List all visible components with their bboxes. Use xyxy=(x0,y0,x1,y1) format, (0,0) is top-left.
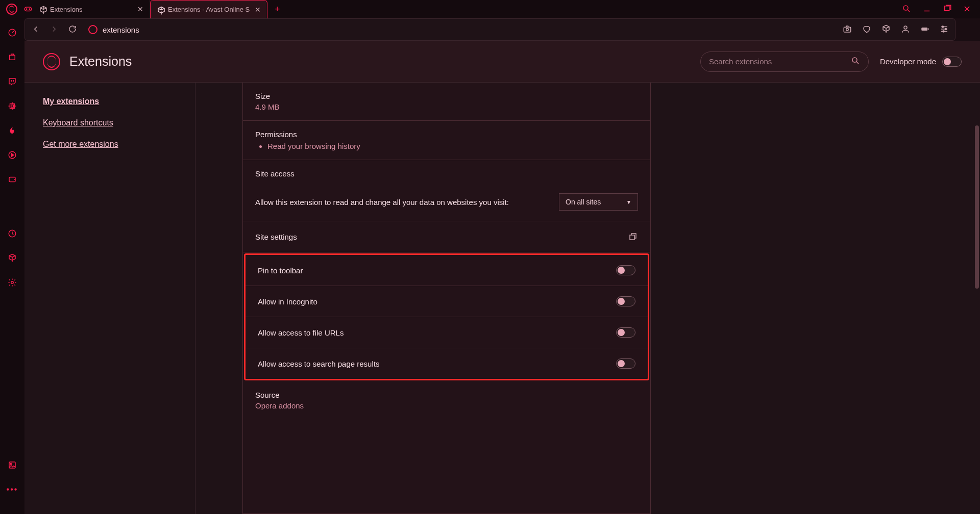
mods-icon[interactable] xyxy=(7,52,17,62)
site-access-header: Site access xyxy=(243,160,650,183)
speed-dial-icon[interactable] xyxy=(7,28,17,38)
easy-setup-icon[interactable] xyxy=(940,24,949,35)
svg-rect-23 xyxy=(630,235,634,240)
incognito-toggle[interactable] xyxy=(616,296,635,306)
settings-icon[interactable] xyxy=(7,277,17,288)
svg-point-22 xyxy=(852,58,857,62)
minimize-icon[interactable] xyxy=(922,4,932,15)
developer-mode-label: Developer mode xyxy=(880,57,936,66)
gx-corner-icon[interactable] xyxy=(23,4,33,15)
allow-file-urls-row: Allow access to file URLs xyxy=(246,317,648,348)
svg-rect-4 xyxy=(945,6,949,10)
site-identity-icon[interactable] xyxy=(88,25,97,34)
close-icon[interactable]: ✕ xyxy=(255,6,261,14)
incognito-label: Allow in Incognito xyxy=(258,297,616,306)
svg-rect-13 xyxy=(9,462,15,468)
file-urls-toggle[interactable] xyxy=(616,327,635,338)
site-access-row: Allow this extension to read and change … xyxy=(243,183,650,221)
extension-icon xyxy=(39,6,46,13)
page-header: Extensions Developer mode xyxy=(24,41,980,83)
history-icon[interactable] xyxy=(7,228,17,239)
more-icon[interactable]: ••• xyxy=(7,484,17,495)
wallet-icon[interactable] xyxy=(7,174,17,185)
source-section: Source Opera addons xyxy=(243,381,650,419)
close-icon[interactable]: ✕ xyxy=(137,5,143,13)
maximize-icon[interactable] xyxy=(943,4,952,15)
tab-title: Extensions - Avast Online S xyxy=(168,6,251,13)
reload-icon[interactable] xyxy=(68,24,77,35)
close-window-icon[interactable]: ✕ xyxy=(963,4,971,15)
tab-title: Extensions xyxy=(50,6,133,13)
svg-point-14 xyxy=(10,463,12,465)
flame-icon[interactable] xyxy=(7,125,17,136)
search-results-toggle[interactable] xyxy=(616,358,635,369)
titlebar: Extensions ✕ Extensions - Avast Online S… xyxy=(0,0,980,18)
extension-icon xyxy=(157,6,164,13)
tab-avast[interactable]: Extensions - Avast Online S ✕ xyxy=(150,0,267,18)
site-access-desc: Allow this extension to read and change … xyxy=(255,198,559,207)
developer-mode-toggle[interactable] xyxy=(942,57,962,67)
tab-extensions[interactable]: Extensions ✕ xyxy=(33,0,150,18)
search-icon[interactable] xyxy=(902,4,911,15)
address-text[interactable]: extensions xyxy=(103,25,139,34)
image-icon[interactable] xyxy=(7,460,17,470)
search-icon[interactable] xyxy=(851,56,860,67)
back-icon[interactable] xyxy=(31,24,40,35)
search-extensions-box[interactable] xyxy=(700,52,869,72)
open-external-icon[interactable] xyxy=(628,232,638,242)
nav-get-more-extensions[interactable]: Get more extensions xyxy=(43,140,177,149)
address-toolbar: extensions xyxy=(24,18,955,41)
opera-logo-icon xyxy=(43,53,60,70)
source-label: Source xyxy=(255,391,638,399)
site-settings-row[interactable]: Site settings xyxy=(243,221,650,252)
svg-point-21 xyxy=(943,31,944,32)
extensions-cube-icon[interactable] xyxy=(881,24,891,35)
forward-icon[interactable] xyxy=(50,24,59,35)
svg-point-16 xyxy=(846,28,849,31)
battery-icon[interactable] xyxy=(920,24,929,35)
heart-icon[interactable] xyxy=(862,24,871,35)
nav-keyboard-shortcuts[interactable]: Keyboard shortcuts xyxy=(43,118,177,127)
nav-my-extensions[interactable]: My extensions xyxy=(43,97,177,106)
pin-to-toolbar-row: Pin to toolbar xyxy=(246,255,648,286)
pin-toggle[interactable] xyxy=(616,265,635,275)
svg-point-3 xyxy=(903,6,908,10)
scrollbar-thumb[interactable] xyxy=(975,125,979,289)
cpu-icon[interactable] xyxy=(7,101,17,111)
left-nav: My extensions Keyboard shortcuts Get mor… xyxy=(24,83,195,514)
permission-item: Read your browsing history xyxy=(267,142,638,150)
search-input[interactable] xyxy=(709,57,851,66)
snapshot-icon[interactable] xyxy=(843,24,852,35)
allow-search-results-row: Allow access to search page results xyxy=(246,348,648,379)
svg-point-19 xyxy=(942,26,944,28)
highlighted-options: Pin to toolbar Allow in Incognito Allow … xyxy=(244,253,649,380)
cube-icon[interactable] xyxy=(7,253,17,263)
svg-point-12 xyxy=(11,281,14,284)
svg-rect-8 xyxy=(11,105,14,108)
new-tab-button[interactable]: + xyxy=(267,0,287,18)
opera-logo-icon[interactable] xyxy=(6,4,17,15)
play-icon[interactable] xyxy=(7,150,17,160)
permissions-label: Permissions xyxy=(255,130,638,139)
sidebar-rail: ••• xyxy=(0,18,24,514)
profile-icon[interactable] xyxy=(901,24,910,35)
svg-rect-15 xyxy=(844,27,851,32)
site-access-value: On all sites xyxy=(566,198,601,206)
site-settings-label: Site settings xyxy=(255,233,628,241)
twitch-icon[interactable] xyxy=(7,76,17,87)
search-results-label: Allow access to search page results xyxy=(258,359,616,368)
developer-mode-row: Developer mode xyxy=(880,57,962,67)
size-value: 4.9 MB xyxy=(255,102,638,111)
nav-buttons xyxy=(31,24,77,35)
source-value: Opera addons xyxy=(255,401,638,410)
site-access-select[interactable]: On all sites ▼ xyxy=(559,193,638,211)
tabs-strip: Extensions ✕ Extensions - Avast Online S… xyxy=(33,0,287,18)
permissions-section: Permissions Read your browsing history xyxy=(243,121,650,160)
content-wrap: My extensions Keyboard shortcuts Get mor… xyxy=(24,83,980,514)
svg-rect-6 xyxy=(10,55,15,60)
size-section: Size 4.9 MB xyxy=(243,83,650,121)
file-urls-label: Allow access to file URLs xyxy=(258,328,616,337)
window-controls: ✕ xyxy=(902,4,980,15)
site-access-label: Site access xyxy=(255,169,638,178)
chevron-down-icon: ▼ xyxy=(626,199,631,205)
